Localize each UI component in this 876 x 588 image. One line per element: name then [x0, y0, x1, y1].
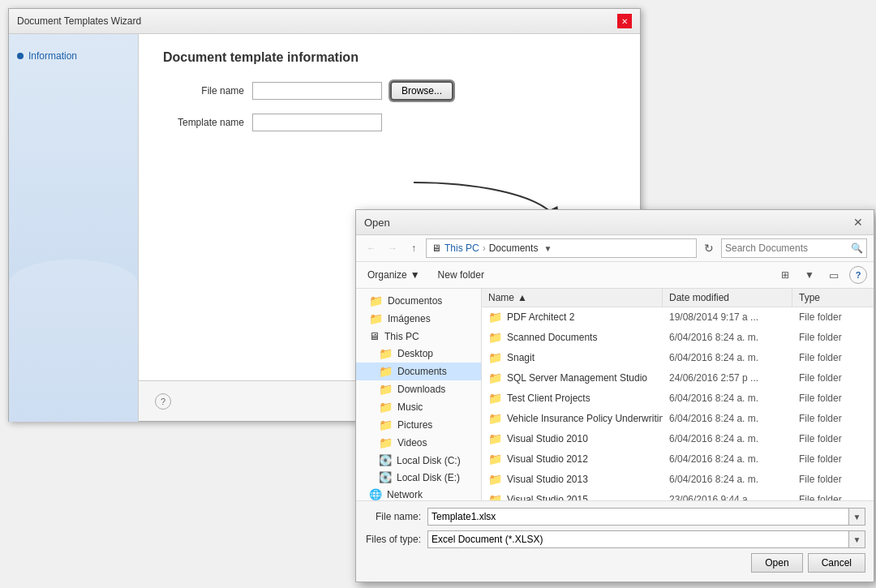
search-input[interactable]: [725, 242, 847, 254]
file-folder-icon: 📁: [488, 473, 502, 486]
preview-button[interactable]: ▭: [825, 266, 843, 284]
nav-item-imagenes[interactable]: 📁Imágenes: [356, 310, 481, 328]
open-action-button[interactable]: Open: [751, 553, 802, 573]
table-row[interactable]: 📁 Vehicle Insurance Policy Underwriting …: [482, 409, 874, 429]
file-date-cell: 6/04/2016 8:24 a. m.: [663, 391, 792, 406]
filetype-input[interactable]: [427, 530, 849, 548]
new-folder-button[interactable]: New folder: [432, 265, 491, 285]
view-dropdown-button[interactable]: ▼: [801, 266, 818, 284]
sidebar-item-label: Information: [28, 50, 77, 62]
wizard-titlebar: Document Templates Wizard ✕: [9, 9, 640, 34]
breadcrumb-separator: ›: [483, 242, 486, 254]
organize-label: Organize: [367, 269, 407, 281]
column-name-header[interactable]: Name ▲: [482, 289, 663, 307]
template-name-label: Template name: [163, 117, 244, 128]
file-name-cell: 📁 Vehicle Insurance Policy Underwriting: [482, 410, 663, 427]
dialog-organize-toolbar: Organize ▼ New folder ⊞ ▼ ▭ ?: [356, 262, 874, 289]
open-dialog: Open ✕ ← → ↑ 🖥 This PC › Documents ▼ ↻ 🔍…: [355, 209, 874, 582]
nav-item-downloads[interactable]: 📁Downloads: [356, 380, 481, 398]
folder-icon: 📁: [379, 436, 393, 449]
column-type-header[interactable]: Type: [792, 289, 874, 307]
file-name-text: SQL Server Management Studio: [507, 372, 647, 384]
file-folder-icon: 📁: [488, 432, 502, 445]
table-row[interactable]: 📁 Test Client Projects 6/04/2016 8:24 a.…: [482, 388, 874, 409]
sort-icon: ▲: [517, 292, 527, 303]
table-row[interactable]: 📁 SQL Server Management Studio 24/06/201…: [482, 368, 874, 388]
filename-bottom-label: File name:: [364, 511, 421, 522]
file-date-cell: 24/06/2016 2:57 p ...: [663, 371, 792, 385]
nav-item-videos[interactable]: 📁Videos: [356, 434, 481, 452]
file-type-cell: File folder: [792, 411, 874, 426]
folder-icon: 📁: [369, 312, 383, 325]
search-icon-button[interactable]: 🔍: [850, 242, 863, 255]
table-row[interactable]: 📁 Visual Studio 2012 6/04/2016 8:24 a. m…: [482, 449, 874, 470]
filename-input-wrap: ▼: [427, 508, 865, 526]
view-button[interactable]: ⊞: [776, 266, 794, 284]
dialog-close-button[interactable]: ✕: [851, 215, 865, 230]
back-button[interactable]: ←: [363, 239, 380, 257]
nav-item-label: Documents: [397, 366, 447, 377]
file-type-cell: File folder: [792, 472, 874, 487]
file-folder-icon: 📁: [488, 453, 502, 466]
cancel-button[interactable]: Cancel: [808, 553, 865, 573]
nav-item-documents[interactable]: 📁Documents: [356, 363, 481, 380]
nav-item-pictures[interactable]: 📁Pictures: [356, 416, 481, 434]
search-box: 🔍: [721, 238, 867, 258]
wizard-help-button[interactable]: ?: [155, 393, 171, 410]
nav-item-label: Desktop: [397, 348, 433, 359]
organize-chevron-icon: ▼: [410, 269, 420, 281]
file-folder-icon: 📁: [488, 331, 502, 344]
table-row[interactable]: 📁 Snagit 6/04/2016 8:24 a. m. File folde…: [482, 348, 874, 368]
breadcrumb-bar: 🖥 This PC › Documents ▼: [426, 238, 697, 258]
table-row[interactable]: 📁 PDF Architect 2 19/08/2014 9:17 a ... …: [482, 307, 874, 328]
nav-item-label: Imágenes: [388, 313, 431, 324]
file-name-text: Snagit: [507, 352, 535, 363]
filename-bottom-input[interactable]: [427, 508, 849, 526]
template-name-input[interactable]: [252, 114, 382, 131]
table-row[interactable]: 📁 Scanned Documents 6/04/2016 8:24 a. m.…: [482, 328, 874, 348]
file-name-cell: 📁 Visual Studio 2013: [482, 471, 663, 487]
nav-item-label: Documentos: [388, 295, 442, 307]
file-date-cell: 6/04/2016 8:24 a. m.: [663, 431, 792, 446]
nav-item-local_e[interactable]: 💽Local Disk (E:): [356, 469, 481, 486]
sidebar-item-dot: [17, 53, 24, 59]
file-folder-icon: 📁: [488, 392, 502, 405]
nav-item-desktop[interactable]: 📁Desktop: [356, 345, 481, 363]
nav-item-documentos[interactable]: 📁Documentos: [356, 292, 481, 310]
nav-item-label: Local Disk (E:): [397, 472, 460, 483]
nav-item-this_pc[interactable]: 🖥This PC: [356, 328, 481, 345]
file-name-input[interactable]: [252, 82, 382, 100]
breadcrumb-root[interactable]: This PC: [444, 242, 479, 254]
file-name-cell: 📁 Visual Studio 2012: [482, 451, 663, 467]
sidebar-item-information[interactable]: Information: [17, 50, 130, 62]
dialog-help-button[interactable]: ?: [849, 266, 867, 284]
file-type-cell: File folder: [792, 431, 874, 446]
nav-item-music[interactable]: 📁Music: [356, 398, 481, 416]
wizard-sidebar: Information: [9, 34, 139, 422]
filetype-row: Files of type: ▼: [364, 530, 865, 548]
filetype-dropdown-button[interactable]: ▼: [849, 530, 865, 548]
nav-item-local_c[interactable]: 💽Local Disk (C:): [356, 452, 481, 469]
file-name-text: Visual Studio 2012: [507, 453, 588, 465]
dialog-action-buttons: Open Cancel: [364, 553, 865, 573]
nav-item-label: Pictures: [397, 419, 432, 431]
filename-dropdown-button[interactable]: ▼: [849, 508, 865, 526]
browse-button[interactable]: Browse...: [390, 81, 453, 101]
file-name-text: Scanned Documents: [507, 332, 597, 343]
up-button[interactable]: ↑: [405, 239, 423, 257]
file-name-label: File name: [163, 85, 244, 97]
drive-icon: 💽: [379, 454, 392, 466]
file-name-text: Vehicle Insurance Policy Underwriting: [507, 413, 663, 424]
organize-button[interactable]: Organize ▼: [363, 265, 425, 285]
breadcrumb-dropdown-button[interactable]: ▼: [541, 242, 554, 255]
table-row[interactable]: 📁 Visual Studio 2010 6/04/2016 8:24 a. m…: [482, 429, 874, 449]
refresh-button[interactable]: ↻: [700, 239, 718, 257]
file-date-cell: 6/04/2016 8:24 a. m.: [663, 350, 792, 365]
file-folder-icon: 📁: [488, 351, 502, 364]
table-row[interactable]: 📁 Visual Studio 2013 6/04/2016 8:24 a. m…: [482, 470, 874, 490]
wizard-content-title: Document template information: [163, 50, 616, 65]
wizard-close-button[interactable]: ✕: [617, 14, 632, 28]
forward-button[interactable]: →: [384, 239, 402, 257]
column-date-header[interactable]: Date modified: [663, 289, 792, 307]
file-name-text: PDF Architect 2: [507, 311, 574, 323]
